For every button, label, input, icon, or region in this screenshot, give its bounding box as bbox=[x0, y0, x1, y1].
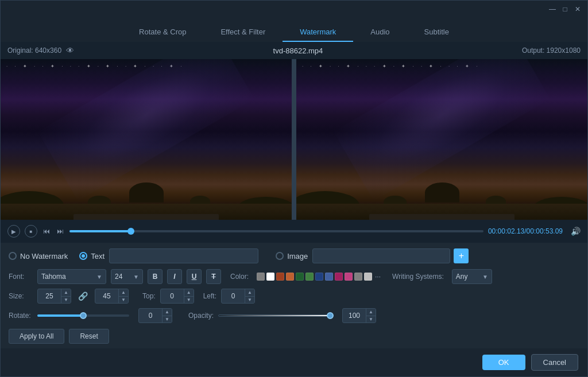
ok-button[interactable]: OK bbox=[482, 355, 525, 370]
left-label: Left: bbox=[203, 292, 216, 300]
left-down[interactable]: ▼ bbox=[245, 296, 254, 303]
text-watermark-input[interactable] bbox=[109, 248, 258, 263]
no-watermark-radio-circle bbox=[9, 252, 17, 260]
add-image-button[interactable]: + bbox=[454, 248, 469, 263]
image-radio[interactable]: Image bbox=[276, 252, 308, 261]
rotate-thumb[interactable] bbox=[80, 312, 87, 319]
close-button[interactable]: ✕ bbox=[572, 4, 583, 14]
eye-icon[interactable]: 👁 bbox=[66, 46, 74, 55]
color-swatch-4[interactable] bbox=[296, 273, 304, 281]
color-swatch-1[interactable] bbox=[266, 273, 274, 281]
progress-thumb[interactable] bbox=[127, 228, 134, 235]
size-height-input[interactable] bbox=[95, 292, 118, 300]
italic-button[interactable]: I bbox=[167, 269, 182, 284]
no-watermark-radio[interactable]: No Watermark bbox=[9, 252, 68, 261]
size-height-up[interactable]: ▲ bbox=[119, 289, 128, 296]
filename: tvd-88622.mp4 bbox=[74, 46, 522, 55]
rotate-input[interactable] bbox=[139, 312, 162, 320]
color-swatch-6[interactable] bbox=[315, 273, 323, 281]
left-up[interactable]: ▲ bbox=[245, 289, 254, 296]
opacity-thumb[interactable] bbox=[327, 312, 334, 319]
cancel-button[interactable]: Cancel bbox=[531, 354, 578, 371]
writing-systems-arrow: ▼ bbox=[482, 274, 488, 280]
video-header: Original: 640x360 👁 tvd-88622.mp4 Output… bbox=[1, 42, 587, 59]
color-swatch-5[interactable] bbox=[305, 273, 314, 281]
font-size-select[interactable]: 24 ▼ bbox=[111, 269, 143, 284]
road-l bbox=[74, 214, 219, 220]
apply-to-all-button[interactable]: Apply to All bbox=[9, 329, 64, 344]
size-width-spinbox[interactable]: ▲ ▼ bbox=[37, 289, 71, 304]
tab-effect-filter[interactable]: Effect & Filter bbox=[203, 23, 283, 42]
text-radio-label: Text bbox=[91, 252, 105, 261]
tab-watermark[interactable]: Watermark bbox=[283, 23, 353, 42]
top-up[interactable]: ▲ bbox=[184, 289, 194, 296]
top-down[interactable]: ▼ bbox=[184, 296, 194, 303]
play-button[interactable]: ▶ bbox=[7, 225, 20, 238]
stop-button[interactable]: ■ bbox=[25, 225, 37, 238]
rotate-up[interactable]: ▲ bbox=[163, 309, 172, 316]
color-swatch-10[interactable] bbox=[354, 273, 362, 281]
video-panel-original bbox=[1, 59, 293, 220]
opacity-up[interactable]: ▲ bbox=[366, 309, 376, 316]
opacity-input[interactable] bbox=[343, 312, 366, 320]
rotate-arrows: ▲ ▼ bbox=[162, 309, 172, 322]
image-radio-circle bbox=[276, 252, 284, 260]
observatory-left bbox=[1, 147, 292, 220]
size-height-spinbox[interactable]: ▲ ▼ bbox=[95, 289, 129, 304]
opacity-slider[interactable] bbox=[218, 314, 333, 317]
rotate-fill bbox=[37, 314, 83, 317]
rotate-slider[interactable] bbox=[37, 314, 129, 317]
color-swatch-0[interactable] bbox=[257, 273, 265, 281]
transport-bar: ▶ ■ ⏮ ⏭ 00:00:02.13/00:00:53.09 🔊 bbox=[1, 220, 587, 243]
tab-rotate-crop[interactable]: Rotate & Crop bbox=[122, 23, 203, 42]
color-swatch-3[interactable] bbox=[286, 273, 294, 281]
strikethrough-button[interactable]: T bbox=[206, 269, 221, 284]
volume-icon[interactable]: 🔊 bbox=[571, 227, 581, 236]
size-row: Size: ▲ ▼ 🔗 ▲ ▼ Top: ▲ bbox=[9, 289, 579, 304]
opacity-spinbox[interactable]: ▲ ▼ bbox=[342, 308, 376, 323]
font-row: Font: Tahoma ▼ 24 ▼ B I U T Color: bbox=[9, 269, 579, 284]
image-watermark-input[interactable] bbox=[312, 248, 450, 263]
size-width-down[interactable]: ▼ bbox=[61, 296, 71, 303]
link-dimensions-icon[interactable]: 🔗 bbox=[76, 292, 90, 301]
font-size-arrow: ▼ bbox=[133, 274, 139, 280]
font-select[interactable]: Tahoma ▼ bbox=[37, 269, 106, 284]
more-colors-button[interactable]: ··· bbox=[375, 273, 381, 281]
color-swatch-11[interactable] bbox=[364, 273, 372, 281]
left-spinbox[interactable]: ▲ ▼ bbox=[221, 289, 255, 304]
rotate-spinbox[interactable]: ▲ ▼ bbox=[138, 308, 172, 323]
underline-button[interactable]: U bbox=[187, 269, 202, 284]
left-input[interactable] bbox=[222, 292, 245, 300]
progress-bar[interactable] bbox=[69, 230, 483, 232]
rotate-down[interactable]: ▼ bbox=[163, 316, 172, 322]
size-width-input[interactable] bbox=[38, 292, 61, 300]
time-display: 00:00:02.13/00:00:53.09 bbox=[488, 227, 563, 235]
size-label: Size: bbox=[9, 292, 33, 300]
progress-fill bbox=[69, 230, 131, 232]
color-swatch-2[interactable] bbox=[276, 273, 284, 281]
minimize-button[interactable]: — bbox=[547, 4, 558, 14]
opacity-down[interactable]: ▼ bbox=[366, 316, 376, 322]
left-arrows: ▲ ▼ bbox=[245, 289, 254, 303]
top-spinbox[interactable]: ▲ ▼ bbox=[160, 289, 194, 304]
color-swatch-8[interactable] bbox=[335, 273, 343, 281]
text-radio[interactable]: Text bbox=[79, 252, 105, 261]
top-label: Top: bbox=[142, 292, 156, 300]
bold-button[interactable]: B bbox=[148, 269, 163, 284]
color-swatch-7[interactable] bbox=[325, 273, 333, 281]
writing-systems-select[interactable]: Any ▼ bbox=[452, 269, 492, 284]
text-radio-circle bbox=[79, 252, 87, 260]
video-panel-output bbox=[296, 59, 587, 220]
video-bg-left bbox=[1, 59, 292, 220]
size-width-up[interactable]: ▲ bbox=[61, 289, 71, 296]
top-input[interactable] bbox=[161, 292, 184, 300]
reset-button[interactable]: Reset bbox=[69, 329, 109, 344]
tab-audio[interactable]: Audio bbox=[353, 23, 407, 42]
color-swatch-9[interactable] bbox=[345, 273, 353, 281]
skip-forward-button[interactable]: ⏭ bbox=[56, 227, 65, 235]
maximize-button[interactable]: □ bbox=[560, 4, 570, 14]
tab-subtitle[interactable]: Subtitle bbox=[407, 23, 466, 42]
skip-back-button[interactable]: ⏮ bbox=[42, 227, 51, 235]
size-height-down[interactable]: ▼ bbox=[119, 296, 128, 303]
image-radio-label: Image bbox=[287, 252, 308, 261]
